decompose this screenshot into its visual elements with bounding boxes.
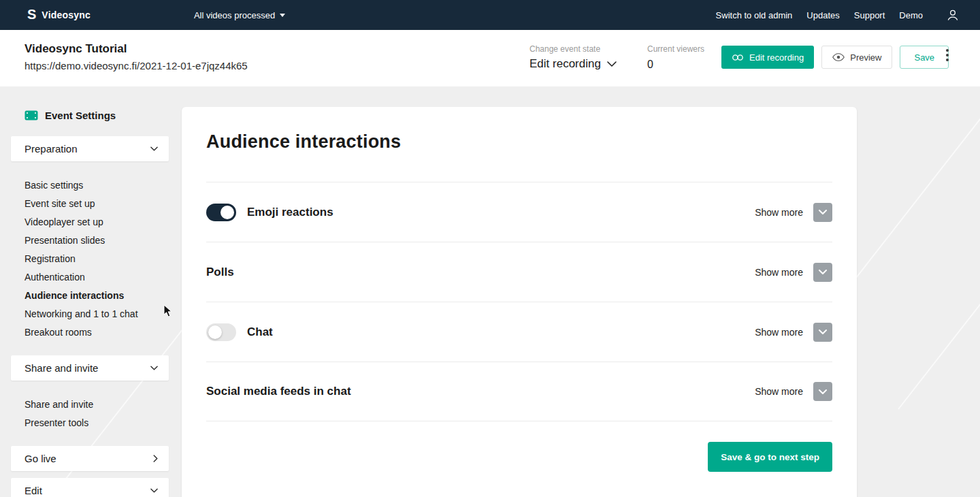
kebab-menu-icon	[946, 49, 949, 52]
app-viewport: S Videosync All videos processed Switch …	[0, 0, 980, 497]
topbar-links: Switch to old admin Updates Support Demo	[702, 8, 960, 22]
user-account-button[interactable]	[946, 8, 960, 22]
page-title: Audience interactions	[206, 131, 832, 182]
sidebar-heading: Event Settings	[11, 110, 169, 121]
eye-icon	[832, 53, 845, 61]
header-actions: Edit recording Preview Save	[721, 46, 949, 69]
chat-label: Chat	[247, 325, 273, 339]
chevron-down-icon	[150, 366, 158, 370]
demo-link[interactable]: Demo	[899, 10, 923, 20]
brand-name: Videosync	[42, 10, 91, 20]
section-preparation-label: Preparation	[24, 143, 78, 155]
expand-emoji-reactions-button[interactable]	[813, 203, 832, 222]
event-state-value: Edit recording	[529, 57, 601, 71]
chevron-down-icon	[150, 146, 158, 151]
emoji-reactions-label: Emoji reactions	[247, 206, 333, 219]
save-next-container: Save & go to next step	[206, 442, 832, 472]
sidebar-item-presentation-slides[interactable]: Presentation slides	[24, 231, 169, 250]
audience-interactions-panel: Audience interactions Emoji reactions Sh…	[182, 107, 857, 497]
emoji-reactions-row: Emoji reactions Show more	[206, 182, 832, 242]
sidebar-item-registration[interactable]: Registration	[24, 250, 169, 268]
video-settings-icon	[24, 110, 38, 121]
sidebar-item-networking-chat[interactable]: Networking and 1 to 1 chat	[24, 305, 169, 323]
sidebar-item-authentication[interactable]: Authentication	[24, 268, 169, 287]
section-preparation[interactable]: Preparation	[11, 136, 169, 161]
videos-processed-label: All videos processed	[194, 10, 275, 20]
emoji-reactions-toggle[interactable]	[206, 204, 236, 221]
edit-recording-button[interactable]: Edit recording	[721, 46, 814, 69]
expand-social-media-button[interactable]	[813, 382, 832, 401]
section-edit-label: Edit	[24, 485, 42, 496]
top-bar: S Videosync All videos processed Switch …	[0, 0, 980, 30]
chevron-right-icon	[153, 455, 158, 462]
chevron-down-icon	[150, 488, 158, 493]
more-options-button[interactable]	[946, 49, 949, 61]
edit-recording-label: Edit recording	[749, 52, 804, 63]
polls-label: Polls	[206, 266, 234, 279]
event-identity: Videosync Tutorial https://demo.videosyn…	[24, 42, 248, 71]
section-go-live[interactable]: Go live	[11, 446, 169, 471]
person-icon	[946, 8, 960, 22]
caret-down-icon	[280, 14, 285, 17]
support-link[interactable]: Support	[854, 10, 885, 20]
sidebar-item-audience-interactions[interactable]: Audience interactions	[24, 287, 169, 305]
social-media-feeds-row: Social media feeds in chat Show more	[206, 362, 832, 421]
show-more-link[interactable]: Show more	[755, 267, 803, 278]
event-state-selector[interactable]: Edit recording	[529, 57, 617, 71]
save-button[interactable]: Save	[900, 46, 949, 69]
videosync-logo-icon: S	[27, 7, 36, 21]
chevron-down-icon	[819, 270, 827, 274]
section-edit[interactable]: Edit	[11, 478, 169, 497]
expand-polls-button[interactable]	[813, 263, 832, 282]
chevron-down-icon	[819, 389, 827, 394]
current-viewers-block: Current viewers 0	[647, 44, 704, 71]
link-icon	[732, 54, 744, 61]
current-viewers-label: Current viewers	[647, 44, 704, 54]
sidebar-item-breakout-rooms[interactable]: Breakout rooms	[24, 323, 169, 342]
sidebar-item-presenter-tools[interactable]: Presenter tools	[24, 414, 169, 432]
section-share-label: Share and invite	[24, 362, 98, 374]
show-more-link[interactable]: Show more	[755, 386, 803, 397]
share-nav-list: Share and invite Presenter tools	[11, 396, 169, 432]
chevron-down-icon	[819, 330, 827, 334]
event-title: Videosync Tutorial	[24, 42, 248, 56]
event-state-block: Change event state Edit recording	[529, 44, 617, 71]
chevron-down-icon	[607, 61, 617, 67]
preview-label: Preview	[850, 52, 881, 63]
section-share-and-invite[interactable]: Share and invite	[11, 355, 169, 381]
sidebar-item-event-site-setup[interactable]: Event site set up	[24, 195, 169, 213]
event-url[interactable]: https://demo.videosync.fi/2021-12-01-e7j…	[24, 60, 248, 71]
videos-processed-dropdown[interactable]: All videos processed	[194, 10, 285, 20]
event-header: Videosync Tutorial https://demo.videosyn…	[0, 30, 980, 86]
polls-row: Polls Show more	[206, 242, 832, 302]
sidebar-item-basic-settings[interactable]: Basic settings	[24, 176, 169, 195]
preparation-nav-list: Basic settings Event site set up Videopl…	[11, 176, 169, 342]
show-more-link[interactable]: Show more	[755, 207, 803, 218]
social-media-feeds-label: Social media feeds in chat	[206, 385, 351, 398]
chevron-down-icon	[819, 210, 827, 214]
section-go-live-label: Go live	[24, 453, 56, 464]
sidebar-heading-label: Event Settings	[45, 110, 116, 121]
updates-link[interactable]: Updates	[806, 10, 839, 20]
preview-button[interactable]: Preview	[821, 46, 892, 69]
chat-toggle[interactable]	[206, 323, 236, 341]
sidebar-item-share-and-invite[interactable]: Share and invite	[24, 396, 169, 414]
show-more-link[interactable]: Show more	[755, 327, 803, 338]
current-viewers-count: 0	[647, 59, 704, 71]
chat-row: Chat Show more	[206, 302, 832, 362]
save-and-next-button[interactable]: Save & go to next step	[708, 442, 832, 472]
switch-old-admin-link[interactable]: Switch to old admin	[716, 10, 793, 20]
expand-chat-button[interactable]	[813, 323, 832, 342]
settings-sidebar: Event Settings Preparation Basic setting…	[11, 110, 169, 497]
sidebar-item-videoplayer-setup[interactable]: Videoplayer set up	[24, 213, 169, 231]
mouse-cursor	[163, 304, 173, 318]
event-state-label: Change event state	[529, 44, 617, 54]
brand-logo[interactable]: S Videosync	[27, 8, 91, 22]
